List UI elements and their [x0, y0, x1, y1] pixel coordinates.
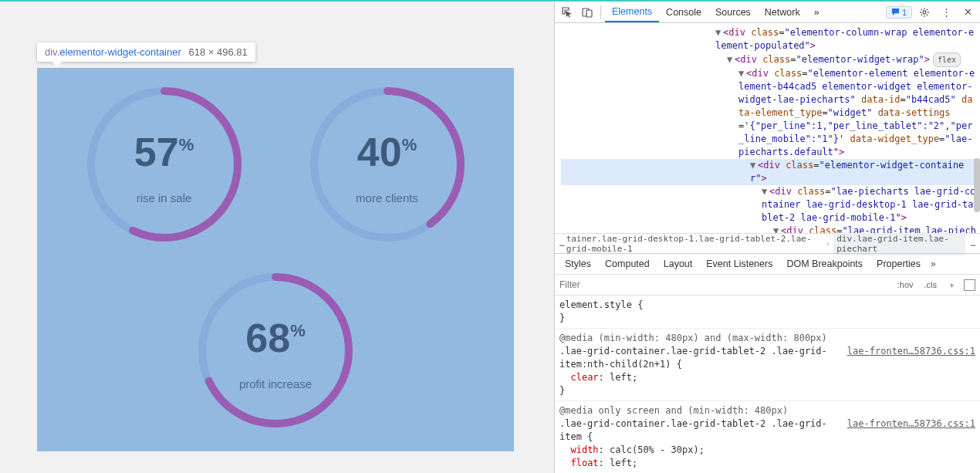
- tabs-overflow-icon[interactable]: »: [931, 258, 936, 269]
- widget-container: 57% rise in sale 40% more clients 68% pr…: [37, 68, 514, 451]
- rule-block[interactable]: @media only screen and (min-width: 480px…: [559, 404, 975, 470]
- dom-node[interactable]: ▼<div class="elementor-column-wrap eleme…: [561, 26, 980, 52]
- tab-styles[interactable]: Styles: [558, 254, 598, 274]
- settings-icon[interactable]: [915, 4, 934, 21]
- pie-chart: 40% more clients: [283, 76, 492, 261]
- dom-node-selected[interactable]: ▼<div class="elementor-widget-container"…: [561, 159, 980, 185]
- svg-point-8: [923, 11, 926, 14]
- tab-sources[interactable]: Sources: [708, 2, 758, 22]
- stylesheet-link[interactable]: lae-fronten…58736.css:1: [847, 345, 975, 358]
- tab-computed[interactable]: Computed: [598, 254, 657, 274]
- pie-chart: 57% rise in sale: [60, 76, 269, 261]
- tabs-overflow-icon[interactable]: »: [807, 2, 826, 22]
- tab-elements[interactable]: Elements: [605, 2, 659, 22]
- styles-filter-input[interactable]: [559, 279, 890, 290]
- tab-event-listeners[interactable]: Event Listeners: [699, 254, 779, 274]
- dom-tree[interactable]: ▼<div class="elementor-column-wrap eleme…: [555, 23, 980, 233]
- devtools-tabs: Elements Console Sources Network »: [605, 2, 826, 22]
- bc-trunc[interactable]: …: [559, 238, 565, 248]
- rule-block[interactable]: @media (min-width: 480px) and (max-width…: [559, 332, 975, 397]
- device-toggle-icon[interactable]: [578, 4, 596, 21]
- devtools-toolbar: Elements Console Sources Network » 1 ⋮ ✕: [555, 2, 980, 23]
- cls-toggle[interactable]: .cls: [921, 279, 941, 291]
- bc-item-selected[interactable]: div.lae-grid-item.lae-piechart: [833, 232, 965, 255]
- tab-properties[interactable]: Properties: [870, 254, 928, 274]
- tooltip-dims: 618 × 496.81: [188, 46, 247, 58]
- inspector-tooltip: div.elementor-widget-container 618 × 496…: [37, 42, 255, 62]
- new-style-rule-icon[interactable]: ＋: [945, 278, 959, 292]
- bc-trunc[interactable]: …: [970, 238, 975, 248]
- tab-network[interactable]: Network: [758, 2, 807, 22]
- tooltip-tag: div: [45, 46, 57, 58]
- dom-node[interactable]: ▼<div class="elementor-widget-wrap">flex: [561, 52, 980, 67]
- styles-tabs: Styles Computed Layout Event Listeners D…: [555, 253, 980, 275]
- page-preview: div.elementor-widget-container 618 × 496…: [0, 2, 554, 473]
- box-model-icon[interactable]: [964, 279, 975, 291]
- messages-count: 1: [902, 8, 907, 17]
- pie-chart: 68% profit increase: [171, 262, 380, 447]
- dom-breadcrumb[interactable]: … tainer.lae-grid-desktop-1.lae-grid-tab…: [555, 233, 980, 253]
- tab-dom-breakpoints[interactable]: DOM Breakpoints: [779, 254, 870, 274]
- close-icon[interactable]: ✕: [958, 4, 977, 21]
- scrollbar-thumb[interactable]: [974, 158, 980, 212]
- tooltip-class: .elementor-widget-container: [57, 46, 181, 58]
- dom-node[interactable]: ▼<div class="lae-grid-item lae-piechart"…: [561, 225, 980, 233]
- devtools-panel: Elements Console Sources Network » 1 ⋮ ✕…: [554, 2, 980, 473]
- kebab-icon[interactable]: ⋮: [937, 4, 955, 21]
- bc-item[interactable]: tainer.lae-grid-desktop-1.lae-grid-table…: [566, 234, 823, 254]
- svg-rect-7: [586, 10, 592, 17]
- dom-node[interactable]: ▼<div class="elementor-element elementor…: [561, 67, 980, 159]
- rule-block[interactable]: element.style { }: [559, 299, 975, 325]
- stylesheet-link[interactable]: lae-fronten…58736.css:1: [847, 417, 975, 431]
- tab-console[interactable]: Console: [659, 2, 708, 22]
- dom-node[interactable]: ▼<div class="lae-piecharts lae-grid-cont…: [561, 185, 980, 225]
- styles-rules[interactable]: element.style { } @media (min-width: 480…: [555, 296, 980, 473]
- messages-badge[interactable]: 1: [886, 6, 912, 19]
- inspect-icon[interactable]: [558, 4, 576, 21]
- tab-layout[interactable]: Layout: [657, 254, 700, 274]
- hov-toggle[interactable]: :hov: [894, 279, 917, 291]
- styles-filter-row: :hov .cls ＋: [555, 275, 980, 296]
- chevron-right-icon: ›: [826, 238, 831, 248]
